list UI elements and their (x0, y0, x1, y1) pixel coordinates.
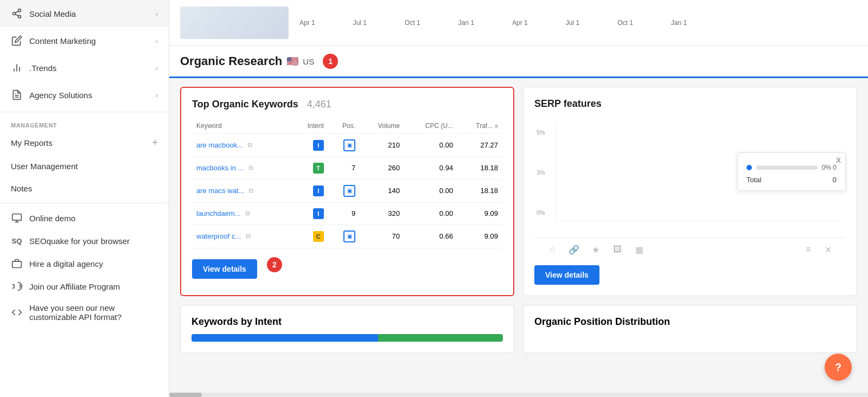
keyword-link[interactable]: launchdaem... (196, 209, 241, 217)
col-keyword: Keyword (192, 119, 292, 133)
intent-badge: C (313, 231, 324, 242)
sidebar-item-my-reports[interactable]: My Reports + (0, 131, 169, 155)
organic-position-card: Organic Position Distribution (523, 305, 857, 353)
volume-cell: 70 (360, 225, 404, 248)
date-label: Oct 1 (405, 19, 420, 27)
chevron-icon: › (156, 91, 158, 99)
position-icon: ▣ (343, 230, 355, 242)
card-title: Top Organic Keywords (192, 99, 298, 110)
link-icon[interactable]: 🔗 (567, 242, 581, 257)
sidebar-label-agency-solutions: Agency Solutions (29, 91, 149, 100)
keywords-count: 4,461 (307, 99, 331, 110)
sidebar-item-affiliate[interactable]: Join our Affiliate Program (0, 275, 169, 298)
organic-position-title: Organic Position Distribution (534, 316, 846, 328)
sidebar-item-content-marketing[interactable]: Content Marketing › (0, 27, 169, 54)
step-badge-1: 1 (323, 54, 338, 69)
bottom-grid: Keywords by Intent Organic Position Dist… (169, 305, 868, 362)
sidebar-item-user-management[interactable]: User Management (0, 155, 169, 177)
edit-icon (11, 35, 23, 47)
bookmark-icon[interactable]: ☆ (545, 242, 559, 257)
tooltip-close-button[interactable]: X (836, 156, 841, 164)
date-label: Jul 1 (353, 19, 367, 27)
star-icon[interactable]: ★ (589, 242, 603, 257)
volume-cell: 260 (360, 157, 404, 179)
flag-icon: 🇺🇸 (286, 55, 298, 67)
affiliate-label: Join our Affiliate Program (29, 282, 158, 291)
pos-cell: 7 (328, 157, 360, 179)
horizontal-scrollbar[interactable] (169, 393, 868, 397)
volume-cell: 210 (360, 133, 404, 157)
date-label: Apr 1 (512, 19, 528, 27)
sidebar-item-agency-solutions[interactable]: Agency Solutions › (0, 81, 169, 108)
intent-bar-chart (192, 334, 503, 342)
date-label: Apr 1 (299, 19, 315, 27)
api-label: Have you seen our new customizable API f… (29, 303, 158, 322)
keyword-cell: are macs wat... ⊟ (192, 179, 292, 202)
cpc-cell: 0.00 (404, 202, 457, 225)
sidebar-item-notes[interactable]: Notes (0, 177, 169, 200)
svg-point-2 (18, 15, 21, 18)
image-icon[interactable]: 🖼 (610, 242, 624, 257)
table-row: waterproof c... ⊟ C ▣ 70 0.66 9.09 (192, 225, 502, 248)
sidebar-item-trends[interactable]: .Trends › (0, 54, 169, 81)
sidebar-item-online-demo[interactable]: Online demo (0, 207, 169, 229)
keyword-link[interactable]: are macbook... (196, 140, 243, 149)
sidebar-item-hire-agency[interactable]: Hire a digital agency (0, 252, 169, 275)
chart-dates: Apr 1 Jul 1 Oct 1 Jan 1 Apr 1 Jul 1 Oct … (299, 19, 857, 27)
tooltip-row: 0% 0 (746, 164, 837, 171)
serp-features-card: SERP features 5% 3% 0% ☆ 🔗 ★ 🖼 (523, 87, 857, 296)
pos-cell: 9 (328, 202, 360, 225)
sidebar-item-api[interactable]: Have you seen our new customizable API f… (0, 298, 169, 327)
keyword-link[interactable]: macbooks in ... (196, 163, 244, 171)
tooltip-total-row: Total 0 (746, 176, 837, 184)
online-demo-label: Online demo (29, 214, 158, 223)
user-management-label: User Management (11, 162, 78, 171)
sidebar-item-seoquake[interactable]: SQ SEOquake for your browser (0, 229, 169, 252)
table-action-icon[interactable]: ⊟ (242, 209, 252, 219)
view-details-button[interactable]: View details (192, 259, 257, 279)
keyword-link[interactable]: waterproof c... (196, 232, 241, 240)
step-badge-2: 2 (267, 257, 282, 272)
pos-cell: ▣ (328, 179, 360, 202)
megaphone-icon (11, 280, 23, 292)
monitor-icon (11, 212, 23, 224)
table-action-icon[interactable]: ⊟ (246, 163, 256, 173)
region-label: US (303, 57, 314, 66)
chart-thumbnail (180, 7, 289, 39)
scrollbar-thumb[interactable] (169, 393, 202, 397)
position-icon: ▣ (343, 139, 355, 151)
sidebar: Social Media › Content Marketing › .Tren… (0, 0, 169, 397)
date-label: Jan 1 (671, 19, 687, 27)
tooltip-bar (756, 165, 818, 170)
serp-title: SERP features (534, 98, 602, 110)
management-section-label: MANAGEMENT (0, 116, 169, 131)
table-action-icon[interactable]: ⊟ (243, 232, 253, 241)
help-fab[interactable]: ? (825, 354, 852, 381)
traf-cell: 18.18 (457, 157, 502, 179)
grid-icon[interactable]: ▦ (632, 242, 646, 257)
keywords-by-intent-card: Keywords by Intent (180, 305, 514, 353)
keyword-cell: are macbook... ⊟ (192, 133, 292, 157)
main-content: Apr 1 Jul 1 Oct 1 Jan 1 Apr 1 Jul 1 Oct … (169, 0, 868, 397)
briefcase-icon (11, 258, 23, 270)
bar-chart-icon (11, 62, 23, 74)
keyword-link[interactable]: are macs wat... (196, 186, 244, 194)
close-icon-serp[interactable]: ✕ (821, 242, 835, 257)
tooltip-dot (746, 165, 752, 170)
sidebar-item-social-media[interactable]: Social Media › (0, 0, 169, 27)
volume-cell: 140 (360, 179, 404, 202)
serp-view-details-button[interactable]: View details (534, 265, 599, 285)
keyword-cell: macbooks in ... ⊟ (192, 157, 292, 179)
chevron-icon: › (156, 64, 158, 72)
table-action-icon[interactable]: ⊟ (246, 186, 256, 196)
file-text-icon (11, 89, 23, 101)
table-row: launchdaem... ⊟ I 9 320 0.00 9.09 (192, 202, 502, 225)
table-action-icon[interactable]: ⊟ (245, 140, 255, 150)
intent-cell: T (292, 157, 328, 179)
traf-cell: 18.18 (457, 179, 502, 202)
y-label: 3% (537, 169, 545, 176)
list-icon[interactable]: ≡ (801, 242, 815, 257)
share-icon (11, 8, 23, 20)
total-label: Total (746, 176, 761, 184)
cpc-cell: 0.66 (404, 225, 457, 248)
